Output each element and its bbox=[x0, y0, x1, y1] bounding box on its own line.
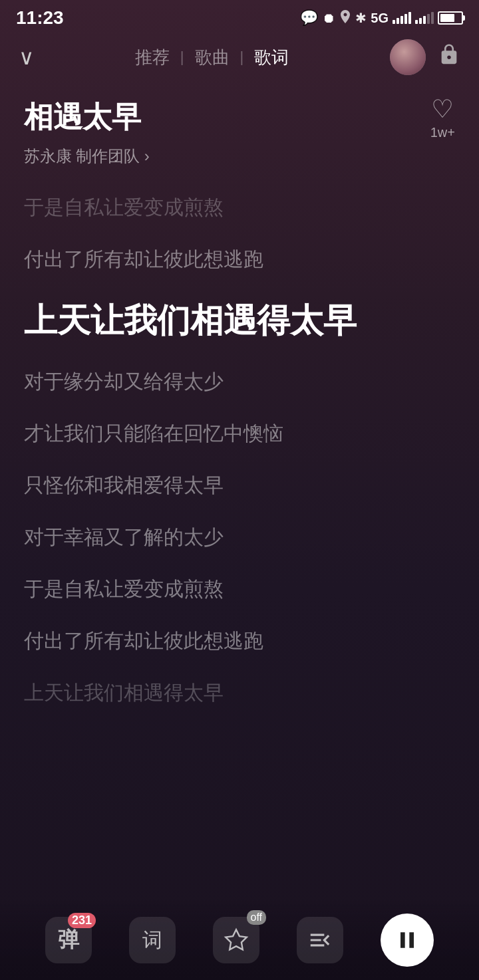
song-info: 相遇太早 ♡ 1w+ 苏永康 制作团队 › bbox=[0, 81, 479, 174]
tab-divider-1: | bbox=[180, 49, 184, 66]
like-button[interactable]: ♡ 1w+ bbox=[430, 94, 455, 140]
bluetooth-icon: ✱ bbox=[355, 10, 367, 26]
signal-bars-2 bbox=[415, 12, 434, 24]
tab-geci[interactable]: 歌词 bbox=[254, 46, 289, 69]
danmu-badge: 231 bbox=[68, 913, 96, 928]
tab-divider-2: | bbox=[240, 49, 244, 66]
lyrics-button[interactable]: 词 bbox=[129, 917, 176, 963]
song-artist[interactable]: 苏永康 制作团队 › bbox=[24, 146, 455, 167]
nav-right bbox=[390, 39, 460, 75]
lyrics-container: 于是自私让爱变成煎熬 付出了所有却让彼此想逃跑 上天让我们相遇得太早 对于缘分却… bbox=[0, 174, 479, 837]
network-type: 5G bbox=[371, 11, 389, 26]
avatar-image bbox=[390, 39, 426, 75]
play-pause-button[interactable] bbox=[381, 914, 434, 967]
lyric-line[interactable]: 于是自私让爱变成煎熬 bbox=[24, 575, 455, 603]
battery-indicator bbox=[438, 11, 463, 25]
location-icon bbox=[339, 10, 351, 27]
lyric-line[interactable]: 才让我们只能陷在回忆中懊恼 bbox=[24, 420, 455, 447]
nfc-icon: ⏺ bbox=[322, 11, 335, 26]
artist-name: 苏永康 bbox=[24, 146, 72, 167]
avatar[interactable] bbox=[390, 39, 426, 75]
bottom-bar: 弹 231 词 off bbox=[0, 900, 479, 980]
lyric-line[interactable]: 付出了所有却让彼此想逃跑 bbox=[24, 627, 455, 655]
status-time: 11:23 bbox=[16, 7, 64, 29]
lyric-line-active[interactable]: 上天让我们相遇得太早 bbox=[24, 297, 455, 344]
heart-icon: ♡ bbox=[431, 94, 454, 124]
tab-tuijian[interactable]: 推荐 bbox=[135, 46, 170, 69]
like-count: 1w+ bbox=[430, 125, 455, 140]
lyric-line[interactable]: 对于缘分却又给得太少 bbox=[24, 368, 455, 396]
lyric-line[interactable]: 上天让我们相遇得太早 bbox=[24, 679, 455, 707]
song-title-row: 相遇太早 ♡ 1w+ bbox=[24, 94, 455, 140]
nav-tabs: 推荐 | 歌曲 | 歌词 bbox=[135, 46, 289, 69]
status-bar: 11:23 💬 ⏺ ✱ 5G bbox=[0, 0, 479, 33]
signal-bars-1 bbox=[393, 12, 411, 24]
team-label: 制作团队 › bbox=[76, 146, 150, 167]
playlist-button[interactable] bbox=[297, 917, 343, 963]
top-nav: ∨ 推荐 | 歌曲 | 歌词 bbox=[0, 33, 479, 81]
lyrics-icon: 词 bbox=[129, 917, 176, 963]
playlist-icon bbox=[297, 917, 343, 963]
lyric-line[interactable]: 付出了所有却让彼此想逃跑 bbox=[24, 245, 455, 273]
tab-gequ[interactable]: 歌曲 bbox=[195, 46, 230, 69]
lyric-line[interactable]: 只怪你和我相爱得太早 bbox=[24, 471, 455, 499]
pause-icon bbox=[394, 927, 420, 953]
status-icons: 💬 ⏺ ✱ 5G bbox=[300, 9, 463, 27]
share-button[interactable] bbox=[438, 43, 460, 71]
danmu-button[interactable]: 弹 231 bbox=[45, 917, 92, 963]
back-button[interactable]: ∨ bbox=[19, 45, 34, 70]
off-badge: off bbox=[247, 910, 267, 925]
song-title: 相遇太早 bbox=[24, 98, 141, 137]
lyric-line[interactable]: 于是自私让爱变成煎熬 bbox=[24, 193, 455, 221]
star-button[interactable]: off bbox=[213, 917, 259, 963]
lyric-line[interactable]: 对于幸福又了解的太少 bbox=[24, 523, 455, 551]
wechat-icon: 💬 bbox=[300, 9, 318, 27]
